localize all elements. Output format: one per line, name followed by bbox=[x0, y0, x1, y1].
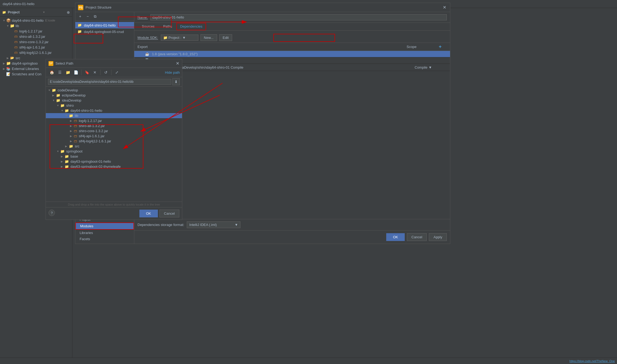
sdk-dropdown-value: Project : bbox=[169, 36, 181, 40]
dep-row-0[interactable]: ☕ 1.8 (java version "1.8.0_152") bbox=[134, 51, 450, 57]
sp-tree-item-base[interactable]: ▶ 📁 base bbox=[46, 154, 182, 159]
ps-ok-button[interactable]: OK bbox=[386, 233, 405, 241]
arrow-shiro: ▼ bbox=[57, 104, 60, 107]
src-label: src bbox=[16, 56, 20, 60]
ps-dialog-title: Project Structure bbox=[86, 5, 442, 9]
sp-tree-item-sp-src[interactable]: ▶ 📁 src bbox=[46, 144, 182, 149]
sp-tree-item-ideadevelop[interactable]: ▼ 📁 ideaDevelop bbox=[46, 98, 182, 103]
icon-base: 📁 bbox=[65, 154, 69, 158]
tree-item-jar2[interactable]: 🗃 shiro-all-1.3.2.jar bbox=[0, 34, 72, 39]
sp-tree-item-sp-jar5[interactable]: ▶ 🗃 slf4j-log4j12-1.6.1.jar bbox=[46, 139, 182, 144]
sp-drag-hint: Drag and drop a file into the space abov… bbox=[46, 202, 182, 207]
label-eclipsedevelop: eclipseDevelop bbox=[62, 93, 86, 97]
sp-bottom-buttons: ? OK Cancel bbox=[46, 207, 182, 220]
sp-delete-btn[interactable]: ✕ bbox=[91, 69, 99, 76]
label-day64: day64-shiro-01-hello bbox=[70, 109, 102, 113]
dep-add-btn[interactable]: + bbox=[439, 44, 447, 50]
sp-list-view-btn[interactable]: ☰ bbox=[56, 69, 64, 76]
sp-tree-item-day63-02[interactable]: ▶ 📁 day63-springboot-02-thymeleafe bbox=[46, 164, 182, 169]
sp-tree-item-sp-jar3[interactable]: ▶ 🗃 shiro-core-1.3.2.jar bbox=[46, 128, 182, 133]
sp-path-input[interactable] bbox=[48, 79, 171, 85]
tree-item-root[interactable]: ▼ 📦 day64-shiro-01-hello E:\code bbox=[0, 18, 72, 23]
label-day63-02: day63-springboot-02-thymeleafe bbox=[70, 165, 121, 169]
sp-tree-item-day63-01[interactable]: ▶ 📁 day63-springboot-01-hello bbox=[46, 159, 182, 164]
sp-expand-btn[interactable]: ⤢ bbox=[113, 69, 121, 76]
sp-home-btn[interactable]: 🏠 bbox=[48, 69, 55, 76]
ps-tab-paths[interactable]: Paths bbox=[159, 23, 176, 31]
tree-item-jar4[interactable]: 🗃 slf4j-api-1.6.1.jar bbox=[0, 44, 72, 50]
ps-settings-libraries[interactable]: Libraries bbox=[75, 230, 134, 236]
icon-sp-jar5: 🗃 bbox=[74, 139, 77, 143]
ps-edit-btn[interactable]: Edit bbox=[219, 34, 232, 41]
ps-tab-dependencies[interactable]: Dependencies bbox=[176, 23, 206, 30]
sp-ok-button[interactable]: OK bbox=[139, 210, 158, 217]
sp-tree-item-sp-jar2[interactable]: ▶ 🗃 shiro-all-1.3.2.jar bbox=[46, 123, 182, 128]
ps-copy-btn[interactable]: ⧉ bbox=[92, 13, 98, 20]
jar1-label: log4j-1.2.17.jar bbox=[19, 29, 42, 33]
project-panel-add[interactable]: ⊕ bbox=[67, 10, 70, 14]
icon-day63-02: 📁 bbox=[65, 165, 69, 169]
sp-tree-item-shiro[interactable]: ▼ 📁 shiro bbox=[46, 103, 182, 108]
ps-dialog-icon: PS bbox=[78, 5, 83, 10]
sp-tree-item-lib[interactable]: ▼ 📁 lib bbox=[46, 113, 182, 118]
module-icon-0: 📁 bbox=[77, 23, 82, 27]
sp-hide-path-btn[interactable]: Hide path bbox=[165, 70, 180, 75]
icon-day64: 📁 bbox=[65, 109, 69, 113]
ps-settings-facets[interactable]: Facets bbox=[75, 236, 134, 242]
label-lib: lib bbox=[75, 114, 78, 118]
ps-apply-button[interactable]: Apply bbox=[429, 233, 447, 241]
ps-module-item-1[interactable]: 📁 day64-springboot-05-crud bbox=[75, 28, 134, 35]
dep-storage-dropdown[interactable]: IntelliJ IDEA (.iml) ▼ bbox=[187, 221, 240, 228]
label-sp-jar1: log4j-1.2.17.jar bbox=[79, 119, 102, 123]
sp-tree: ▼ 📁 codeDevelop ▶ 📁 eclipseDevelop ▼ 📁 i… bbox=[46, 87, 182, 202]
dep-storage-arrow: ▼ bbox=[235, 223, 238, 227]
sp-toolbar-sep-3 bbox=[111, 70, 111, 75]
sp-tree-item-day64[interactable]: ▼ 📁 day64-shiro-01-hello bbox=[46, 108, 182, 113]
sp-tree-item-sp-jar1[interactable]: ▶ 🗃 log4j-1.2.17.jar bbox=[46, 118, 182, 123]
sp-toolbar-sep-2 bbox=[100, 70, 101, 75]
ps-remove-btn[interactable]: − bbox=[84, 13, 91, 20]
ps-sdk-row: Module SDK: 📁 Project : ▼ New... Edit bbox=[134, 33, 450, 43]
label-sp-jar2: shiro-all-1.3.2.jar bbox=[79, 124, 105, 128]
sp-tree-item-springboot[interactable]: ▼ 📁 springboot bbox=[46, 149, 182, 154]
arrow-lib: ▼ bbox=[65, 114, 69, 117]
sp-create-folder-btn[interactable]: 📁 bbox=[64, 69, 72, 76]
ps-settings-modules[interactable]: Modules bbox=[75, 222, 134, 230]
sp-path-browse-btn[interactable]: ⬇ bbox=[172, 78, 180, 85]
sp-cancel-button[interactable]: Cancel bbox=[159, 210, 179, 217]
ps-new-btn[interactable]: New... bbox=[200, 34, 217, 41]
ps-dialog-close[interactable]: ✕ bbox=[442, 5, 447, 10]
sdk-dropdown-icon: 📁 bbox=[163, 36, 168, 40]
ps-cancel-button[interactable]: Cancel bbox=[407, 233, 427, 241]
ps-sdk-dropdown[interactable]: 📁 Project : ▼ bbox=[161, 35, 198, 41]
ps-settings-modules-label: Modules bbox=[80, 224, 93, 228]
tree-item-jar1[interactable]: 🗃 log4j-1.2.17.jar bbox=[0, 28, 72, 34]
jar4-label: slf4j-api-1.6.1.jar bbox=[19, 45, 45, 49]
sp-tree-item-eclipsedevelop[interactable]: ▶ 📁 eclipseDevelop bbox=[46, 93, 182, 98]
ps-add-btn[interactable]: + bbox=[77, 13, 83, 20]
tree-item-jar5[interactable]: 🗃 slf4j-log4j12-1.6.1.jar bbox=[0, 50, 72, 55]
dep-table-header: Export Scope + bbox=[134, 43, 450, 51]
sp-bookmark-btn[interactable]: 🔖 bbox=[83, 69, 91, 76]
sp-refresh-btn[interactable]: ↺ bbox=[102, 69, 110, 76]
tree-item-jar3[interactable]: 🗃 shiro-core-1.3.2.jar bbox=[0, 39, 72, 44]
tree-item-lib[interactable]: ▼ 📁 lib bbox=[0, 23, 72, 28]
icon-sp-jar4: 🗃 bbox=[74, 134, 77, 138]
ps-toolbar: + − ⧉ bbox=[75, 12, 134, 21]
lib-folder-icon: 📁 bbox=[10, 24, 14, 28]
dep-scope-2[interactable]: Compile ▼ bbox=[415, 65, 447, 69]
sp-create-file-btn[interactable]: 📄 bbox=[72, 69, 80, 76]
sp-toolbar: 🏠 ☰ 📁 📄 🔖 ✕ ↺ ⤢ Hide path bbox=[46, 68, 182, 77]
sp-help-button[interactable]: ? bbox=[49, 210, 55, 216]
sp-tree-item-codedevelop[interactable]: ▼ 📁 codeDevelop bbox=[46, 88, 182, 93]
sp-close-btn[interactable]: ✕ bbox=[176, 61, 179, 66]
tree-lib-label: lib bbox=[16, 24, 19, 28]
dep-header-scope: Scope bbox=[407, 45, 439, 49]
ps-module-item-0[interactable]: 📁 day64-shiro-01-hello bbox=[75, 22, 134, 28]
status-link[interactable]: https://blog.csdn.net/TheNew_One bbox=[570, 359, 615, 363]
arrow-sp-src: ▶ bbox=[65, 145, 69, 148]
jar5-icon: 🗃 bbox=[13, 50, 18, 55]
sp-tree-item-sp-jar4[interactable]: ▶ 🗃 slf4j-api-1.6.1.jar bbox=[46, 133, 182, 139]
ps-tab-sources[interactable]: Sources bbox=[137, 23, 159, 31]
ps-name-input[interactable] bbox=[150, 14, 447, 20]
